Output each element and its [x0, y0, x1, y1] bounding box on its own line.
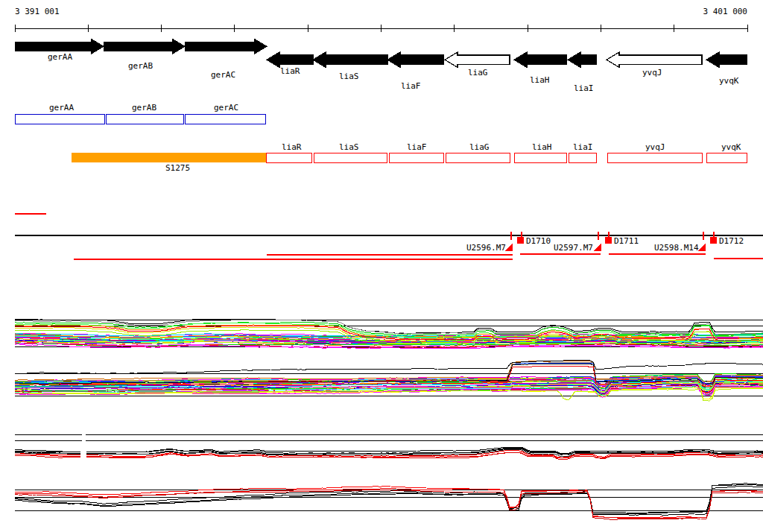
probe-D1711[interactable]: D1711 [605, 236, 639, 246]
blue-box-gerAB[interactable] [106, 114, 183, 124]
probe-triangle-icon [697, 243, 706, 251]
probe-label-U2597.M7: U2597.M7 [554, 243, 593, 253]
browser-canvas: gerAAgerABgerACliaRliaSliaFliaGliaHliaIy… [0, 0, 763, 532]
probe-U2596.M7[interactable]: U2596.M7 [466, 243, 513, 253]
blue-box-label-gerAA: gerAA [49, 103, 74, 113]
gene-arrow-gerAB[interactable] [104, 39, 185, 54]
gene-label-liaG: liaG [468, 68, 488, 77]
gene-label-liaF: liaF [401, 81, 421, 91]
probe-label-U2596.M7: U2596.M7 [466, 243, 506, 253]
panel-3 [15, 435, 763, 460]
red-box-liaH[interactable] [514, 153, 566, 162]
segment-track: S1275liaRliaSliaFliaGliaHliaIyvqJyvqK [72, 142, 747, 173]
probe-U2598.M14[interactable]: U2598.M14 [654, 243, 706, 253]
red-box-label-liaF: liaF [407, 142, 427, 152]
gene-label-liaI: liaI [574, 83, 594, 93]
probe-label-D1711: D1711 [614, 236, 639, 246]
gene-arrow-liaH[interactable] [514, 52, 566, 68]
blue-box-label-gerAC: gerAC [214, 103, 238, 113]
gene-arrow-liaG[interactable] [445, 52, 510, 68]
red-box-liaS[interactable] [314, 153, 387, 162]
panel-1 [15, 319, 763, 349]
gene-label-gerAB: gerAB [128, 61, 153, 71]
red-box-liaI[interactable] [569, 153, 596, 162]
gene-arrow-yvqJ[interactable] [607, 52, 702, 68]
gene-label-liaS: liaS [339, 72, 359, 81]
genome-browser-view: 3 391 001 3 401 000 gerAAgerABgerACliaRl… [0, 0, 763, 532]
blue-box-label-gerAB: gerAB [132, 103, 156, 113]
gene-label-gerAC: gerAC [211, 70, 235, 80]
gene-label-yvqJ: yvqJ [642, 68, 662, 77]
gene-annotation-track: gerAAgerABgerACliaRliaSliaFliaGliaHliaIy… [15, 39, 747, 93]
probe-label-U2598.M14: U2598.M14 [654, 243, 699, 253]
gene-arrow-liaI[interactable] [568, 52, 596, 68]
red-box-yvqK[interactable] [706, 153, 747, 162]
profile-line-black [15, 484, 763, 514]
panel-2 [15, 361, 763, 401]
gene-arrow-yvqK[interactable] [706, 52, 747, 68]
gene-label-liaR: liaR [280, 66, 300, 76]
red-box-label-liaG: liaG [469, 142, 490, 152]
gene-label-yvqK: yvqK [719, 76, 739, 86]
red-box-liaF[interactable] [389, 153, 443, 162]
red-box-label-yvqJ: yvqJ [645, 142, 665, 152]
probe-label-D1712: D1712 [719, 236, 744, 246]
gene-arrow-liaR[interactable] [267, 52, 313, 68]
probe-square-icon [710, 237, 717, 244]
probe-label-D1710: D1710 [526, 236, 551, 246]
red-box-yvqJ[interactable] [607, 153, 702, 162]
red-box-liaR[interactable] [266, 153, 311, 162]
probe-triangle-icon [593, 243, 601, 251]
gene-label-gerAA: gerAA [48, 52, 72, 62]
profile-line-upper [15, 323, 763, 337]
blue-box-gerAC[interactable] [185, 114, 265, 124]
probe-U2597.M7[interactable]: U2597.M7 [554, 243, 601, 253]
red-box-label-liaS: liaS [339, 142, 359, 152]
probe-track: U2596.M7U2597.M7U2598.M14D1710D1711D1712 [15, 232, 763, 259]
gene-arrow-liaF[interactable] [387, 52, 443, 68]
probe-square-icon [517, 237, 524, 244]
gene-arrow-liaS[interactable] [313, 52, 387, 68]
profile-line-topline [15, 361, 763, 374]
orange-segment-label: S1275 [165, 163, 190, 173]
gene-label-liaH: liaH [530, 75, 550, 85]
red-box-label-liaR: liaR [282, 142, 302, 152]
panel-4 [15, 484, 763, 519]
red-box-liaG[interactable] [446, 153, 510, 162]
probe-square-icon [605, 237, 612, 244]
red-box-label-liaI: liaI [573, 142, 593, 152]
blue-box-gerAA[interactable] [15, 114, 104, 124]
probe-D1712[interactable]: D1712 [710, 236, 744, 246]
gene-arrow-gerAC[interactable] [185, 39, 267, 54]
orange-segment-S1275[interactable] [72, 153, 266, 162]
operon-track-blue: gerAAgerABgerAC [15, 103, 265, 124]
probe-D1710[interactable]: D1710 [517, 236, 551, 246]
red-box-label-yvqK: yvqK [721, 142, 741, 152]
red-box-label-liaH: liaH [532, 142, 552, 152]
ruler [15, 25, 747, 32]
profile-line-black [15, 484, 763, 513]
